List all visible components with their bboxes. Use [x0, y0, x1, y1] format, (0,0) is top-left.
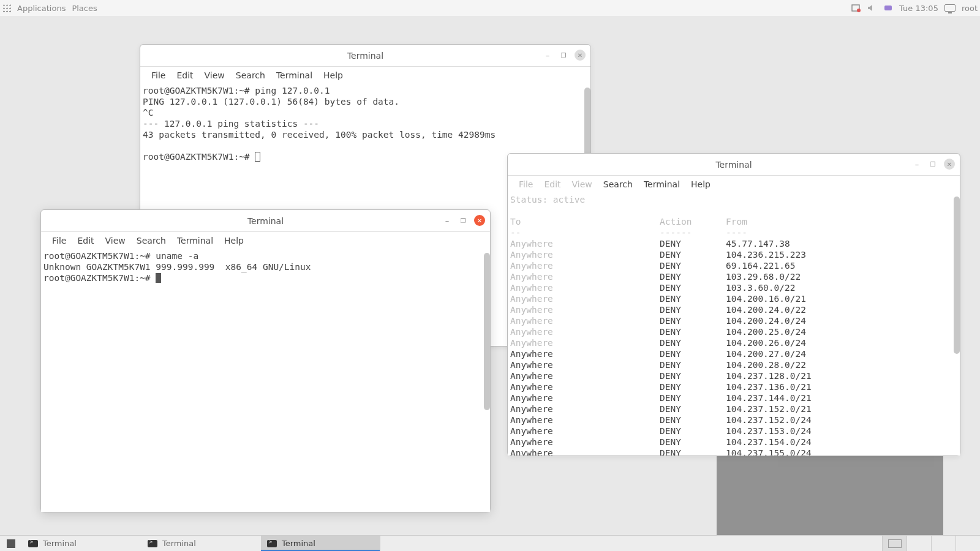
apps-grid-icon[interactable] — [2, 4, 11, 12]
menubar: File Edit View Search Terminal Help — [140, 67, 590, 84]
svg-marker-2 — [868, 5, 872, 11]
clock[interactable]: Tue 13:05 — [899, 4, 938, 13]
close-button[interactable] — [575, 50, 586, 61]
taskbar-item-label: Terminal — [282, 539, 315, 548]
cursor-icon — [255, 152, 260, 162]
menubar: File Edit View Search Terminal Help — [41, 232, 490, 249]
taskbar-item-terminal-2[interactable]: Terminal — [141, 536, 261, 551]
terminal-output[interactable]: root@GOAZKTM5K7W1:~# uname -a Unknown GO… — [41, 249, 490, 512]
workspace-2[interactable] — [907, 536, 931, 551]
show-desktop-button[interactable] — [0, 536, 22, 551]
menu-search[interactable]: Search — [598, 178, 638, 190]
menu-terminal[interactable]: Terminal — [271, 69, 317, 81]
taskbar-item-terminal-3[interactable]: Terminal — [261, 536, 380, 551]
titlebar[interactable]: Terminal — [41, 210, 490, 232]
taskbar-item-terminal-1[interactable]: Terminal — [22, 536, 141, 551]
top-panel: Applications Places Tue 13:05 root — [0, 0, 980, 16]
menu-file[interactable]: File — [514, 178, 538, 190]
minimize-button[interactable] — [912, 159, 922, 169]
terminal-icon — [148, 540, 157, 547]
menu-file[interactable]: File — [146, 69, 170, 81]
menu-view[interactable]: View — [567, 178, 597, 190]
window-title: Terminal — [247, 216, 284, 226]
updates-icon[interactable] — [851, 4, 861, 12]
menu-terminal[interactable]: Terminal — [172, 234, 218, 247]
window-title: Terminal — [347, 51, 383, 61]
menu-search[interactable]: Search — [132, 234, 171, 247]
menu-places[interactable]: Places — [72, 4, 97, 13]
taskbar-item-label: Terminal — [43, 539, 77, 548]
volume-icon[interactable] — [867, 4, 877, 12]
menu-help[interactable]: Help — [318, 69, 348, 81]
menu-terminal[interactable]: Terminal — [639, 178, 685, 190]
titlebar[interactable]: Terminal — [508, 154, 960, 176]
maximize-button[interactable] — [559, 50, 568, 60]
menu-edit[interactable]: Edit — [172, 69, 198, 81]
maximize-button[interactable] — [458, 216, 468, 225]
menu-file[interactable]: File — [47, 234, 71, 247]
minimize-button[interactable] — [543, 50, 552, 60]
svg-point-1 — [857, 9, 861, 12]
taskbar-item-label: Terminal — [162, 539, 196, 548]
minimize-button[interactable] — [442, 216, 452, 225]
workspace-1[interactable] — [882, 536, 907, 551]
menu-view[interactable]: View — [100, 234, 130, 247]
workspace-4[interactable] — [956, 536, 980, 551]
svg-rect-3 — [884, 6, 892, 10]
menu-edit[interactable]: Edit — [72, 234, 99, 247]
close-button[interactable] — [944, 159, 955, 170]
terminal-window-ufw[interactable]: Terminal File Edit View Search Terminal … — [507, 153, 960, 456]
menu-applications[interactable]: Applications — [17, 4, 66, 13]
menu-help[interactable]: Help — [219, 234, 249, 247]
menu-view[interactable]: View — [200, 69, 230, 81]
terminal-window-uname[interactable]: Terminal File Edit View Search Terminal … — [40, 209, 491, 512]
menu-edit[interactable]: Edit — [539, 178, 565, 190]
taskbar: Terminal Terminal Terminal — [0, 535, 980, 551]
terminal-icon — [28, 540, 38, 547]
terminal-icon — [267, 540, 277, 547]
menu-search[interactable]: Search — [231, 69, 270, 81]
maximize-button[interactable] — [928, 159, 938, 169]
workspace-3[interactable] — [931, 536, 956, 551]
terminal-output[interactable]: Status: active ToActionFrom ------------… — [508, 193, 960, 455]
display-icon[interactable] — [944, 4, 956, 12]
menubar: File Edit View Search Terminal Help — [508, 176, 960, 193]
user-label[interactable]: root — [962, 4, 978, 13]
cursor-icon — [156, 273, 161, 283]
menu-help[interactable]: Help — [686, 178, 715, 190]
window-title: Terminal — [715, 160, 752, 170]
titlebar[interactable]: Terminal — [140, 45, 590, 67]
close-button[interactable] — [474, 215, 485, 226]
network-icon[interactable] — [883, 4, 893, 12]
